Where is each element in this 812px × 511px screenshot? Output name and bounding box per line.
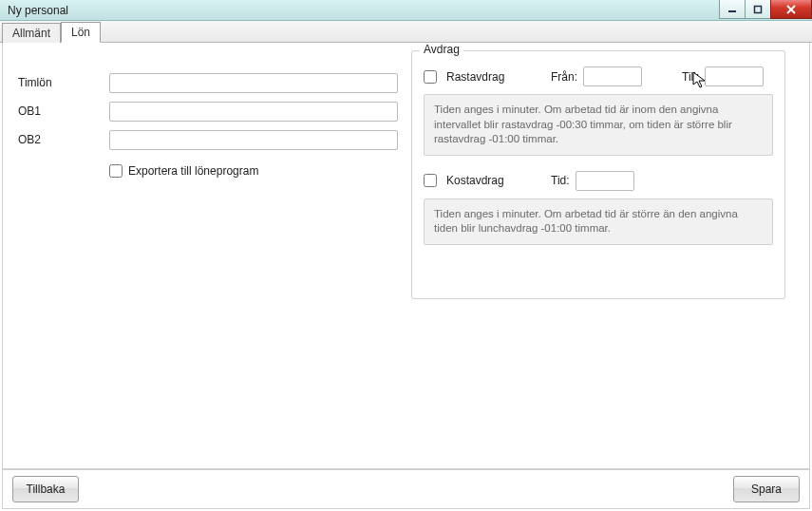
maximize-icon (753, 5, 763, 14)
help-rastavdrag: Tiden anges i minuter. Om arbetad tid är… (424, 94, 773, 156)
label-till: Till: (682, 70, 699, 84)
minimize-button[interactable] (719, 0, 746, 19)
label-rastavdrag: Rastavdrag (446, 70, 522, 84)
row-ob1: OB1 (18, 100, 398, 123)
maximize-button[interactable] (745, 0, 771, 19)
window-controls (720, 0, 812, 19)
close-icon (785, 5, 797, 14)
input-fran[interactable] (583, 66, 642, 86)
back-button[interactable]: Tillbaka (12, 476, 79, 502)
groupbox-avdrag: Avdrag Rastavdrag Från: Till: Tiden ange… (411, 50, 785, 299)
input-ob2[interactable] (109, 130, 398, 150)
footer: Tillbaka Spara (2, 469, 810, 509)
label-tid: Tid: (551, 174, 570, 187)
row-export: Exportera till löneprogram (18, 164, 398, 178)
label-kostavdrag: Kostavdrag (446, 174, 522, 187)
row-timlon: Timlön (18, 71, 398, 94)
label-ob1: OB1 (18, 104, 109, 118)
groupbox-inner: Rastavdrag Från: Till: Tiden anges i min… (412, 51, 784, 255)
checkbox-kostavdrag[interactable] (424, 174, 437, 187)
close-button[interactable] (770, 0, 812, 19)
label-ob2: OB2 (18, 133, 109, 146)
svg-rect-1 (755, 6, 762, 12)
row-ob2: OB2 (18, 128, 398, 151)
left-column: Timlön OB1 OB2 Exportera till löneprogra… (18, 71, 398, 178)
tab-allmant[interactable]: Allmänt (2, 23, 61, 43)
minimize-icon (727, 5, 737, 14)
input-till[interactable] (705, 66, 764, 86)
tabstrip: Allmänt Lön (0, 21, 812, 43)
label-fran: Från: (551, 70, 577, 84)
label-timlon: Timlön (18, 76, 109, 89)
help-kostavdrag: Tiden anges i minuter. Om arbetad tid är… (424, 199, 773, 245)
input-timlon[interactable] (109, 73, 398, 93)
groupbox-title: Avdrag (420, 43, 463, 56)
content-area: Timlön OB1 OB2 Exportera till löneprogra… (2, 43, 810, 469)
save-button[interactable]: Spara (733, 476, 800, 502)
row-kostavdrag: Kostavdrag Tid: (424, 171, 773, 191)
titlebar: Ny personal (0, 0, 812, 21)
checkbox-rastavdrag[interactable] (424, 70, 437, 84)
checkbox-export[interactable] (109, 164, 123, 178)
window-title: Ny personal (8, 4, 68, 17)
label-export: Exportera till löneprogram (128, 164, 258, 178)
input-ob1[interactable] (109, 102, 398, 122)
input-tid[interactable] (576, 171, 634, 191)
row-rastavdrag: Rastavdrag Från: Till: (424, 66, 773, 86)
tab-lon[interactable]: Lön (61, 22, 101, 43)
